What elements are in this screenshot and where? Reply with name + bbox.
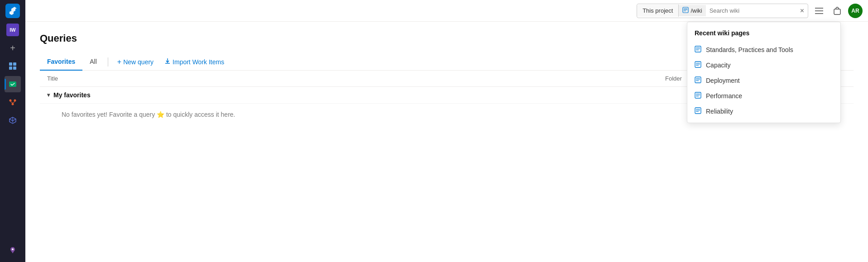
wiki-item-label-0: Standards, Practices and Tools	[706, 46, 793, 53]
svg-point-7	[12, 103, 14, 105]
topbar: This project /wiki ×	[25, 0, 868, 22]
wiki-page-icon-0	[695, 46, 701, 54]
tab-all[interactable]: All	[82, 53, 104, 71]
svg-line-9	[13, 102, 15, 103]
search-wiki-tag: /wiki	[679, 5, 705, 16]
wiki-page-icon-3	[695, 92, 701, 100]
new-query-label: New query	[123, 58, 153, 66]
wiki-item-4[interactable]: Reliability	[687, 104, 840, 119]
user-avatar[interactable]: AR	[848, 4, 863, 18]
wiki-page-icon-2	[695, 76, 701, 85]
wiki-page-icon-1	[695, 61, 701, 69]
svg-rect-3	[13, 67, 16, 70]
sidebar-item-pipelines[interactable]	[5, 94, 21, 110]
svg-point-5	[10, 100, 12, 102]
wiki-item-label-1: Capacity	[706, 62, 730, 69]
wiki-page-icon-4	[695, 107, 701, 115]
list-icon[interactable]	[812, 4, 826, 18]
wiki-dropdown-title: Recent wiki pages	[687, 29, 840, 42]
tab-divider	[108, 57, 108, 67]
svg-point-10	[12, 248, 14, 250]
bag-icon[interactable]	[830, 4, 844, 18]
import-icon	[164, 58, 171, 66]
section-label: My favorites	[53, 91, 91, 99]
svg-rect-0	[9, 62, 12, 66]
azure-devops-logo[interactable]	[5, 4, 20, 18]
svg-rect-4	[9, 81, 16, 87]
new-query-icon: +	[117, 58, 121, 66]
main-wrapper: This project /wiki ×	[25, 0, 868, 262]
col-title: Title	[47, 75, 665, 82]
project-badge[interactable]: IW	[6, 24, 19, 36]
wiki-item-label-3: Performance	[706, 92, 742, 100]
wiki-dropdown: Recent wiki pages Standards, Practices a…	[687, 22, 841, 123]
wiki-item-2[interactable]: Deployment	[687, 73, 840, 88]
sidebar-item-artifacts[interactable]	[5, 112, 21, 129]
wiki-item-label-4: Reliability	[706, 108, 733, 115]
tab-favorites[interactable]: Favorites	[40, 53, 82, 71]
wiki-item-label-2: Deployment	[706, 77, 740, 84]
svg-rect-1	[13, 62, 16, 66]
sidebar: IW +	[0, 0, 25, 262]
svg-line-8	[10, 102, 13, 103]
wiki-page-icon	[682, 7, 689, 14]
import-label: Import Work Items	[173, 58, 224, 66]
search-container: This project /wiki ×	[637, 4, 808, 18]
wiki-item-3[interactable]: Performance	[687, 88, 840, 104]
wiki-tag-label: /wiki	[691, 7, 702, 14]
wiki-item-0[interactable]: Standards, Practices and Tools	[687, 42, 840, 57]
wiki-item-1[interactable]: Capacity	[687, 57, 840, 73]
sidebar-item-testplans[interactable]	[5, 242, 21, 258]
sidebar-item-work-items[interactable]	[5, 76, 21, 92]
svg-rect-18	[834, 9, 840, 14]
sidebar-item-add[interactable]: +	[5, 40, 21, 56]
import-work-items-action[interactable]: Import Work Items	[159, 54, 230, 70]
search-input[interactable]	[706, 5, 796, 17]
search-scope[interactable]: This project	[637, 5, 679, 17]
svg-point-6	[14, 100, 16, 102]
new-query-action[interactable]: + New query	[112, 54, 159, 70]
svg-rect-2	[9, 67, 12, 70]
chevron-down-icon[interactable]: ▾	[47, 92, 50, 98]
sidebar-item-boards[interactable]	[5, 58, 21, 74]
search-clear-button[interactable]: ×	[796, 4, 808, 18]
